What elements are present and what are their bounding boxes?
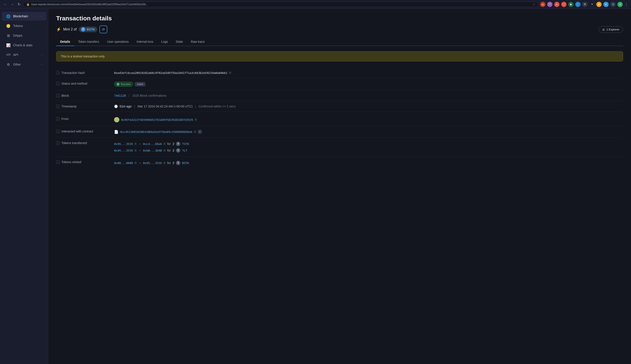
info-icon: i — [56, 82, 60, 85]
subtitle-bar: ⚡ Mint 2 of T BSTK ⟳ ◎ 1 Explorer — [56, 26, 623, 33]
copy-tf2-to[interactable]: ⎘ — [164, 149, 165, 152]
testnet-warning: This is a testnet transaction only — [56, 51, 623, 62]
sidebar-item-api[interactable]: API API › — [2, 50, 46, 59]
transfer-to-2[interactable]: 0xbB...364B — [143, 149, 162, 152]
block-number-link[interactable]: 7441128 — [114, 94, 126, 97]
chevron-right-icon: › — [41, 15, 42, 18]
ext-icon-11[interactable]: ⊡ — [610, 2, 616, 7]
arrow-icon: → — [138, 142, 141, 146]
token-name-1[interactable]: TSTK — [182, 142, 189, 146]
contract-address-link[interactable]: 0xc4513603A38E438Dbd2e9750a89c25899896ED… — [120, 130, 192, 134]
tab-internal-txns[interactable]: Internal txns — [133, 38, 157, 46]
menu-dots[interactable]: ⋮ — [624, 2, 628, 7]
copy-from-button[interactable]: ⎘ — [195, 118, 197, 122]
tokens-minted-label: i Tokens minted — [56, 160, 109, 164]
sidebar-item-label: Charts & stats — [13, 44, 42, 47]
clock-icon: 🕐 — [114, 104, 118, 108]
copy-tf1-from[interactable]: ⎘ — [135, 142, 137, 146]
tab-details[interactable]: Details — [56, 38, 74, 46]
confirm-within: Confirmed within <= 2 secs — [199, 104, 236, 108]
minted-token-name[interactable]: BSTK — [182, 162, 189, 165]
for-label: for — [167, 149, 171, 152]
minted-from[interactable]: 0x00...0000 — [114, 162, 133, 165]
bookmark-icon[interactable]: ☆ — [533, 3, 535, 6]
sidebar-item-charts[interactable]: 📊 Charts & stats — [2, 41, 46, 50]
transfer-from-1[interactable]: 0x95...3535 — [114, 142, 133, 146]
transfer-from-2[interactable]: 0x95...3535 — [114, 149, 133, 152]
user-avatar[interactable]: J — [617, 2, 623, 7]
ext-icon-6[interactable]: 🔷 — [575, 2, 580, 7]
transaction-hash-value: 0xed3efcbcea20919282a66c9f02ad105f5ba164… — [114, 71, 623, 74]
charts-icon: 📊 — [6, 43, 11, 47]
ext-icon-7[interactable]: ⚙ — [582, 2, 587, 7]
token-name-2[interactable]: TLT — [182, 149, 187, 152]
tab-state[interactable]: State — [172, 38, 187, 46]
transfer-to-1[interactable]: 0xc4...EDe6 — [143, 142, 162, 146]
from-address-link[interactable]: 0x95fe4222f4E5999d51f61A99fbE392D1887d35… — [121, 118, 193, 122]
share-button[interactable]: ⟳ — [99, 26, 107, 33]
token-badge: T BSTK — [79, 26, 97, 32]
ext-icon-3[interactable]: A — [554, 2, 559, 7]
sidebar-item-label: Tokens — [13, 24, 42, 28]
ext-icon-5[interactable]: ◉ — [568, 2, 573, 7]
sidebar-item-blockchain[interactable]: 🌐 Blockchain › — [2, 12, 46, 20]
minted-to[interactable]: 0x95...3535 — [143, 162, 162, 165]
ext-icon-8[interactable]: ✦ — [589, 2, 594, 7]
tab-token-transfers[interactable]: Token transfers — [74, 38, 103, 46]
contract-icon: 📄 — [114, 130, 119, 134]
explorer-icon: ◎ — [602, 28, 605, 31]
copy-minted-from[interactable]: ⎘ — [135, 161, 137, 165]
timestamp-row: i Timestamp 🕐 51m ago | Mar 17 2024 04:4… — [56, 101, 623, 112]
block-confirmations: 1525 Block confirmations — [132, 94, 166, 97]
copy-tf2-from[interactable]: ⎘ — [135, 149, 137, 152]
ext-icon-4[interactable]: 🛡 — [561, 2, 566, 7]
status-method-label: i Status and method — [56, 82, 109, 85]
ext-icon-9[interactable]: ★ — [596, 2, 601, 7]
forward-button[interactable]: → — [10, 2, 15, 7]
timestamp-full: Mar 17 2024 04:42:24 AM (+00:00 UTC) — [138, 104, 192, 108]
from-avatar — [114, 117, 119, 122]
bolt-icon: ⚡ — [56, 27, 61, 32]
tab-raw-trace[interactable]: Raw trace — [187, 38, 209, 46]
hash-text: 0xed3efcbcea20919282a66c9f02ad105f5ba164… — [114, 71, 228, 74]
sidebar-item-dapps[interactable]: ⊞ DApps — [2, 31, 46, 40]
browser-bar: ← → ↻ 🔒 base-sepolia.blockscout.com/tx/0… — [0, 0, 631, 9]
tokens-transferred-value: 0x95...3535 ⎘ → 0xc4...EDe6 ⎘ for 2 T TS… — [114, 141, 623, 153]
dapps-icon: ⊞ — [6, 33, 11, 38]
url-bar[interactable]: 🔒 base-sepolia.blockscout.com/tx/0xed3ef… — [23, 2, 538, 7]
separator: | — [195, 104, 196, 108]
ext-icon-10[interactable]: K — [603, 2, 609, 7]
ext-icon-1[interactable]: 🦊 — [540, 2, 545, 7]
spacer — [56, 112, 623, 114]
chevron-right-icon: › — [41, 54, 42, 56]
transfer-amount-2: 2 — [173, 149, 174, 152]
url-text: base-sepolia.blockscout.com/tx/0xed3efcb… — [31, 3, 148, 6]
sidebar-item-label: Other — [13, 63, 39, 66]
arrow-icon: → — [138, 149, 141, 152]
block-label: i Block — [56, 94, 109, 97]
copy-tf1-to[interactable]: ⎘ — [164, 142, 165, 146]
api-icon: API — [6, 53, 11, 57]
timestamp-ago: 51m ago — [120, 104, 131, 108]
transfer-row-2: 0x95...3535 ⎘ → 0xbB...364B ⎘ for 2 T TL… — [114, 148, 189, 153]
timestamp-value: 🕐 51m ago | Mar 17 2024 04:42:24 AM (+00… — [114, 104, 623, 108]
transaction-hash-row: i Transaction hash 0xed3efcbcea20919282a… — [56, 68, 623, 78]
success-badge: Success — [114, 82, 133, 86]
copy-contract-button[interactable]: ⎘ — [194, 130, 196, 134]
copy-minted-to[interactable]: ⎘ — [164, 161, 165, 165]
ext-icon-2[interactable]: 🔮 — [547, 2, 552, 7]
arrow-icon: → — [138, 161, 141, 165]
sidebar-item-other[interactable]: ⚙ Other › — [2, 60, 46, 69]
sidebar-item-tokens[interactable]: 🪙 Tokens — [2, 22, 46, 30]
interacted-with-row: i Interacted with contract 📄 0xc4513603A… — [56, 126, 623, 138]
back-button[interactable]: ← — [3, 2, 8, 7]
token-badge-1: T — [176, 142, 180, 146]
tokens-icon: 🪙 — [6, 24, 11, 28]
for-label: for — [167, 161, 171, 165]
tab-logs[interactable]: Logs — [157, 38, 172, 46]
block-row: i Block 7441128 | 1525 Block confirmatio… — [56, 90, 623, 101]
explorer-button[interactable]: ◎ 1 Explorer — [598, 26, 623, 33]
copy-hash-button[interactable]: ⎘ — [229, 71, 231, 74]
refresh-button[interactable]: ↻ — [17, 2, 21, 7]
tab-user-operations[interactable]: User operations — [103, 38, 133, 46]
